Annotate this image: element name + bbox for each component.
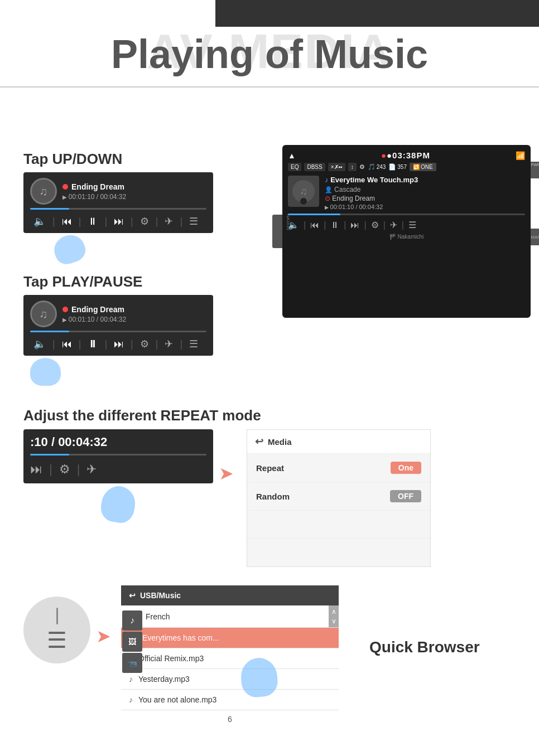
track-info-playpause: Ending Dream 00:01:10 / 00:04:32 <box>62 305 206 323</box>
repeat-menu: ↩ Media Repeat One Random OFF <box>247 429 431 567</box>
browser-menu-title: USB/Music <box>140 591 181 600</box>
media-icon-3[interactable]: 📹 <box>122 653 142 673</box>
music-note-icon4: ♪ <box>129 675 133 684</box>
list-icon: ☰ <box>47 627 67 653</box>
scroll-indicator[interactable]: ∧ ∨ <box>329 605 339 627</box>
browser-back-btn[interactable]: ↩ <box>129 591 136 600</box>
browser-menu: ↩ USB/Music 📁 French ∧ ∨ Everytimes has … <box>121 585 339 728</box>
play-btn-playpause[interactable]: ⏸ <box>84 337 101 351</box>
device-song-name: ♪ Everytime We Touch.mp3 <box>325 176 525 184</box>
repeat-settings-btn[interactable]: ⚙ <box>59 462 70 477</box>
title-section: AV MEDIA Playing of Music <box>0 27 539 88</box>
music-note-icon5: ♪ <box>129 695 133 704</box>
scroll-up-btn[interactable]: ∧ <box>331 608 336 616</box>
device-next-btn[interactable]: ⏭ <box>350 220 359 230</box>
settings-btn-updown[interactable]: ⚙ <box>137 214 152 229</box>
playing-dot <box>62 184 68 190</box>
next-btn-updown[interactable]: ⏭ <box>110 215 127 229</box>
repeat-section: Adjust the different REPEAT mode :10 / 0… <box>23 407 537 429</box>
repeat-player-left: :10 / 00:04:32 ⏭ | ⚙ | ✈ <box>23 429 213 531</box>
tap-updown-section: Tap UP/DOWN ♫ Ending Dream 00:01:10 / 00… <box>23 151 213 266</box>
track-time-updown: 00:01:10 / 00:04:32 <box>62 193 206 201</box>
nav-btn-playpause[interactable]: ✈ <box>161 337 176 351</box>
tap-updown-label: Tap UP/DOWN <box>23 151 213 168</box>
nav-btn-updown[interactable]: ✈ <box>161 214 176 229</box>
repeat-progress-fill <box>30 454 69 455</box>
browser-side-icons: ♪ 🖼 📹 <box>122 610 142 673</box>
prev-btn-updown[interactable]: ⏮ <box>59 215 75 229</box>
browser-item1[interactable]: ♪ Official Remix.mp3 <box>121 648 339 669</box>
repeat-menu-back-btn[interactable]: ↩ <box>255 435 263 448</box>
eq-badge: EQ <box>288 163 301 171</box>
device-progress-fill <box>288 214 340 215</box>
page-title: Playing of Music <box>0 32 539 76</box>
repeat-row-label: Repeat <box>256 463 284 473</box>
arrow-right-repeat: ➤ <box>219 463 234 484</box>
repeat-time: :10 / 00:04:32 <box>30 435 206 449</box>
repeat-progress-bar <box>30 454 206 455</box>
settings-icon-device: ⚙ <box>359 163 365 171</box>
playing-dot2 <box>62 307 68 312</box>
repeat-badge: 🔁 ONE <box>410 163 436 171</box>
repeat-next-btn[interactable]: ⏭ <box>30 462 42 477</box>
device-nav-btn[interactable]: ✈ <box>390 220 397 230</box>
browser-active-row[interactable]: Everytimes has com... <box>121 628 339 648</box>
media-icon-1[interactable]: ♪ <box>122 610 142 631</box>
settings-btn-playpause[interactable]: ⚙ <box>137 337 152 351</box>
random-row-label: Random <box>256 492 290 501</box>
random-row[interactable]: Random OFF <box>247 482 430 511</box>
track-time-playpause: 00:01:10 / 00:04:32 <box>62 316 206 323</box>
volume-btn-playpause[interactable]: 🔈 <box>30 337 49 351</box>
repeat-menu-header: ↩ Media <box>247 430 430 454</box>
repeat-row[interactable]: Repeat One <box>247 454 430 482</box>
music-note-icon2: ♫ <box>40 308 48 321</box>
progress-bar-updown <box>30 208 206 210</box>
browser-item2[interactable]: ♪ Yesterday.mp3 <box>121 669 339 690</box>
extra-badge: ×✗▪▪ <box>328 163 345 171</box>
device-track-details: ♪ Everytime We Touch.mp3 👤 Cascade ⊙ End… <box>325 176 525 210</box>
menu-btn-updown[interactable]: ☰ <box>186 214 201 229</box>
dbss-badge: DBSS <box>304 163 325 171</box>
track-info-updown: Ending Dream 00:01:10 / 00:04:32 <box>62 182 206 201</box>
browser-folder-row[interactable]: 📁 French ∧ ∨ <box>121 605 339 628</box>
device-knob[interactable] <box>272 215 282 248</box>
next-btn-playpause[interactable]: ⏭ <box>110 337 127 351</box>
prev-btn-playpause[interactable]: ⏮ <box>59 337 75 351</box>
browser-menu-header: ↩ USB/Music <box>121 585 339 605</box>
device-up-arrow: ▲ <box>288 151 296 160</box>
vertical-bar <box>56 608 58 624</box>
device-menu-btn[interactable]: ☰ <box>408 220 416 230</box>
repeat-controls-row: ⏭ | ⚙ | ✈ <box>30 460 206 479</box>
device-signal-icon: 📶 <box>516 151 525 160</box>
menu-btn-playpause[interactable]: ☰ <box>186 337 201 351</box>
device-settings-btn[interactable]: ⚙ <box>371 220 379 230</box>
device-power-button[interactable]: PWR <box>531 162 539 178</box>
track-count: 🎵 243 <box>368 163 386 171</box>
repeat-nav-btn[interactable]: ✈ <box>86 462 97 477</box>
device-map-button[interactable]: MAP <box>531 229 539 245</box>
device-clock: ●●03:38PM <box>381 151 430 160</box>
device-track: ⊙ Ending Dream <box>325 195 525 202</box>
album-art-updown: ♫ <box>30 178 57 205</box>
progress-fill-updown <box>30 208 69 210</box>
header-bar <box>215 0 539 27</box>
scroll-down-btn[interactable]: ∨ <box>331 617 336 625</box>
repeat-menu-empty-row2 <box>247 539 430 566</box>
device-outer: PWR MAP ▲ ●●03:38PM 📶 EQ DBSS ×✗▪▪ ↕ ⚙ 🎵… <box>282 145 531 318</box>
track-name-updown: Ending Dream <box>62 182 206 191</box>
device-prev-btn[interactable]: ⏮ <box>310 220 319 230</box>
tap-playpause-label: Tap PLAY/PAUSE <box>23 273 213 290</box>
volume-btn-updown[interactable]: 🔈 <box>30 214 49 229</box>
media-icon-2[interactable]: 🖼 <box>122 632 142 652</box>
device-time2: ▶ 00:01:10 / 00:04:32 <box>325 203 525 210</box>
browser-arrow: ➤ <box>96 626 111 647</box>
arrow-badge: ↕ <box>348 163 357 171</box>
device-play-btn[interactable]: ⏸ <box>330 220 339 230</box>
controls-row-updown: 🔈 | ⏮ | ⏸ | ⏭ | ⚙ | ✈ | ☰ <box>30 214 206 229</box>
browser-item3[interactable]: ♪ You are not alone.mp3 <box>121 690 339 710</box>
repeat-player-card: :10 / 00:04:32 ⏭ | ⚙ | ✈ <box>23 429 213 483</box>
repeat-menu-empty-row1 <box>247 511 430 539</box>
random-row-value: OFF <box>390 490 421 502</box>
play-btn-updown[interactable]: ⏸ <box>84 215 101 229</box>
hand-repeat <box>99 483 138 525</box>
